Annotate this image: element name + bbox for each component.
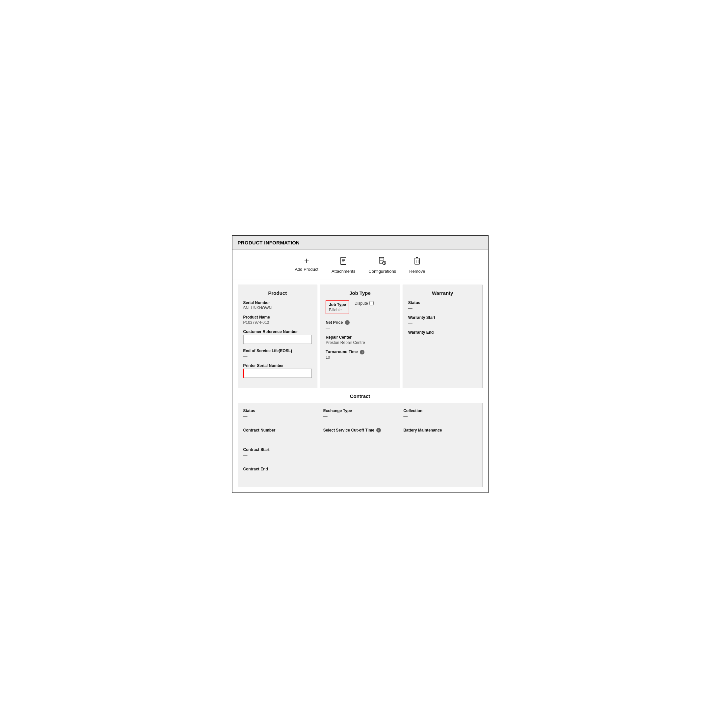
exchange-type-value: —	[323, 414, 397, 419]
printer-serial-label: Printer Serial Number	[243, 363, 312, 368]
customer-reference-input[interactable]	[243, 335, 312, 344]
contract-section: Contract Status — Contract Number — Cont…	[238, 393, 483, 487]
contract-number-field: Contract Number —	[243, 428, 317, 438]
service-cutoff-label: Select Service Cut-off Time i	[323, 428, 397, 433]
contract-end-field: Contract End —	[243, 467, 317, 477]
serial-number-field: Serial Number SN_UNKNOWN	[243, 300, 312, 310]
warranty-panel: Warranty Status — Warranty Start — Warra…	[403, 284, 483, 388]
job-type-panel-title: Job Type	[326, 290, 394, 296]
contract-end-label: Contract End	[243, 467, 317, 471]
panel-header: PRODUCT INFORMATION	[232, 236, 488, 250]
serial-number-label: Serial Number	[243, 300, 312, 305]
contract-start-field: Contract Start —	[243, 447, 317, 457]
add-icon: +	[304, 256, 309, 265]
job-type-panel: Job Type Job Type Billable Dispute Net P…	[320, 284, 400, 388]
product-panel: Product Serial Number SN_UNKNOWN Product…	[238, 284, 318, 388]
exchange-type-label: Exchange Type	[323, 408, 397, 413]
attachments-label: Attachments	[331, 269, 355, 274]
add-product-button[interactable]: + Add Product	[294, 256, 318, 274]
contract-grid: Status — Contract Number — Contract Star…	[243, 408, 477, 482]
toolbar: + Add Product Attachments	[232, 250, 488, 279]
warranty-start-value: —	[408, 321, 477, 326]
printer-serial-input[interactable]	[243, 369, 312, 378]
customer-reference-label: Customer Reference Number	[243, 329, 312, 334]
turnaround-info-icon: i	[360, 350, 365, 355]
remove-label: Remove	[409, 269, 425, 274]
customer-reference-field: Customer Reference Number	[243, 329, 312, 344]
add-product-label: Add Product	[294, 267, 318, 272]
repair-center-field: Repair Center Preston Repair Centre	[326, 335, 394, 345]
contract-panel: Status — Contract Number — Contract Star…	[238, 403, 483, 487]
product-name-field: Product Name P1037974-010	[243, 315, 312, 325]
contract-end-value: —	[243, 472, 317, 477]
dispute-label: Dispute	[355, 301, 368, 306]
battery-maintenance-value: —	[403, 433, 477, 438]
contract-status-value: —	[243, 414, 317, 419]
dispute-checkbox[interactable]	[369, 301, 374, 305]
contract-col-1: Status — Contract Number — Contract Star…	[243, 408, 317, 482]
repair-center-label: Repair Center	[326, 335, 394, 340]
configurations-button[interactable]: Configurations	[368, 256, 396, 274]
battery-maintenance-label: Battery Maintenance	[403, 428, 477, 433]
remove-button[interactable]: Remove	[409, 256, 425, 274]
contract-start-value: —	[243, 453, 317, 457]
net-price-info-icon: i	[345, 320, 349, 325]
warranty-status-value: —	[408, 306, 477, 310]
collection-field: Collection —	[403, 408, 477, 419]
service-cutoff-field: Select Service Cut-off Time i —	[323, 428, 397, 439]
panels-row: Product Serial Number SN_UNKNOWN Product…	[232, 279, 488, 393]
attachments-button[interactable]: Attachments	[331, 256, 355, 274]
warranty-start-label: Warranty Start	[408, 315, 477, 320]
collection-value: —	[403, 414, 477, 419]
product-name-value: P1037974-010	[243, 320, 312, 325]
collection-label: Collection	[403, 408, 477, 413]
service-cutoff-value: —	[323, 433, 397, 438]
contract-section-title: Contract	[238, 393, 483, 399]
warranty-status-field: Status —	[408, 300, 477, 310]
eosl-value: —	[243, 354, 312, 359]
configurations-icon	[378, 256, 387, 267]
warranty-end-label: Warranty End	[408, 330, 477, 335]
job-type-label: Job Type	[329, 303, 346, 307]
job-type-value: Billable	[329, 308, 346, 312]
contract-col-2: Exchange Type — Select Service Cut-off T…	[323, 408, 397, 482]
product-information-panel: PRODUCT INFORMATION + Add Product Attach…	[232, 235, 488, 493]
panel-title: PRODUCT INFORMATION	[238, 240, 300, 245]
repair-center-value: Preston Repair Centre	[326, 340, 394, 345]
warranty-panel-title: Warranty	[408, 290, 477, 296]
contract-status-field: Status —	[243, 408, 317, 419]
net-price-field: Net Price i —	[326, 320, 394, 331]
contract-col-3: Collection — Battery Maintenance —	[403, 408, 477, 482]
warranty-start-field: Warranty Start —	[408, 315, 477, 326]
contract-status-label: Status	[243, 408, 317, 413]
exchange-type-field: Exchange Type —	[323, 408, 397, 419]
eosl-field: End of Service Life(EOSL) —	[243, 349, 312, 359]
product-name-label: Product Name	[243, 315, 312, 320]
job-type-highlighted-box[interactable]: Job Type Billable	[326, 300, 349, 314]
warranty-end-value: —	[408, 335, 477, 340]
warranty-end-field: Warranty End —	[408, 330, 477, 340]
turnaround-time-label: Turnaround Time i	[326, 350, 394, 355]
svg-rect-10	[415, 259, 419, 264]
contract-number-label: Contract Number	[243, 428, 317, 433]
battery-maintenance-field: Battery Maintenance —	[403, 428, 477, 438]
contract-start-label: Contract Start	[243, 447, 317, 452]
net-price-value: —	[326, 326, 394, 330]
remove-icon	[412, 256, 422, 267]
net-price-label: Net Price i	[326, 320, 394, 325]
svg-rect-0	[341, 257, 346, 265]
printer-serial-field: Printer Serial Number	[243, 363, 312, 378]
dispute-group: Dispute	[355, 301, 374, 306]
job-type-row: Job Type Billable Dispute	[326, 300, 394, 317]
contract-number-value: —	[243, 433, 317, 438]
warranty-status-label: Status	[408, 300, 477, 305]
configurations-label: Configurations	[368, 269, 396, 274]
product-panel-title: Product	[243, 290, 312, 296]
turnaround-time-value: 10	[326, 355, 394, 360]
service-cutoff-info-icon: i	[376, 428, 381, 433]
serial-number-value: SN_UNKNOWN	[243, 306, 312, 310]
turnaround-time-field: Turnaround Time i 10	[326, 350, 394, 360]
attachments-icon	[339, 256, 348, 267]
eosl-label: End of Service Life(EOSL)	[243, 349, 312, 353]
